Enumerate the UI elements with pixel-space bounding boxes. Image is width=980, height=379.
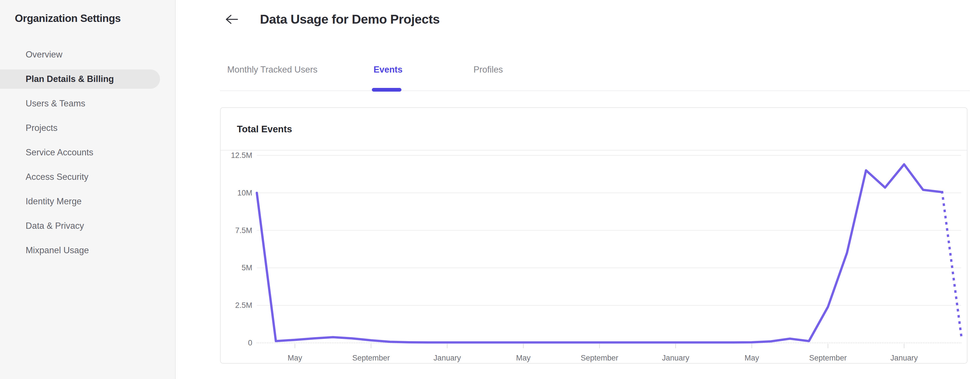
sidebar: Organization Settings OverviewPlan Detai… (0, 0, 176, 379)
total-events-line-chart: 02.5M5M7.5M10M12.5MMaySeptemberJanuaryMa… (221, 108, 968, 364)
sidebar-item-plan-details-billing[interactable]: Plan Details & Billing (0, 70, 160, 89)
svg-text:January: January (662, 354, 690, 362)
sidebar-item-data-privacy[interactable]: Data & Privacy (0, 216, 160, 236)
svg-text:2.5M: 2.5M (235, 301, 252, 309)
svg-text:September: September (581, 354, 619, 362)
sidebar-item-identity-merge[interactable]: Identity Merge (0, 192, 160, 211)
sidebar-item-service-accounts[interactable]: Service Accounts (0, 143, 160, 162)
svg-text:12.5M: 12.5M (231, 151, 252, 160)
sidebar-item-projects[interactable]: Projects (0, 118, 160, 138)
sidebar-title: Organization Settings (15, 13, 121, 24)
svg-text:5M: 5M (242, 263, 252, 272)
svg-text:September: September (809, 354, 847, 362)
svg-text:10M: 10M (237, 189, 252, 197)
back-button[interactable] (224, 13, 240, 26)
svg-text:May: May (288, 354, 302, 362)
total-events-card: Total Events 02.5M5M7.5M10M12.5MMaySepte… (220, 107, 967, 364)
svg-text:7.5M: 7.5M (235, 226, 252, 235)
tab-events[interactable]: Events (374, 64, 402, 75)
sidebar-item-access-security[interactable]: Access Security (0, 167, 160, 187)
svg-text:September: September (352, 354, 390, 362)
svg-text:May: May (516, 354, 531, 362)
tab-monthly-tracked-users[interactable]: Monthly Tracked Users (227, 64, 317, 75)
tab-profiles[interactable]: Profiles (474, 64, 503, 75)
tab-bar-border (220, 90, 970, 91)
left-arrow-icon (224, 13, 240, 27)
active-tab-underline (372, 88, 401, 92)
svg-text:January: January (890, 354, 918, 362)
svg-text:0: 0 (248, 339, 252, 347)
page-title: Data Usage for Demo Projects (260, 11, 440, 27)
organization-settings-page: Organization Settings OverviewPlan Detai… (0, 0, 980, 379)
svg-text:May: May (745, 354, 759, 362)
svg-text:January: January (434, 354, 461, 362)
sidebar-item-mixpanel-usage[interactable]: Mixpanel Usage (0, 241, 160, 260)
sidebar-nav: OverviewPlan Details & BillingUsers & Te… (0, 45, 176, 265)
sidebar-item-overview[interactable]: Overview (0, 45, 160, 64)
sidebar-item-users-teams[interactable]: Users & Teams (0, 94, 160, 113)
